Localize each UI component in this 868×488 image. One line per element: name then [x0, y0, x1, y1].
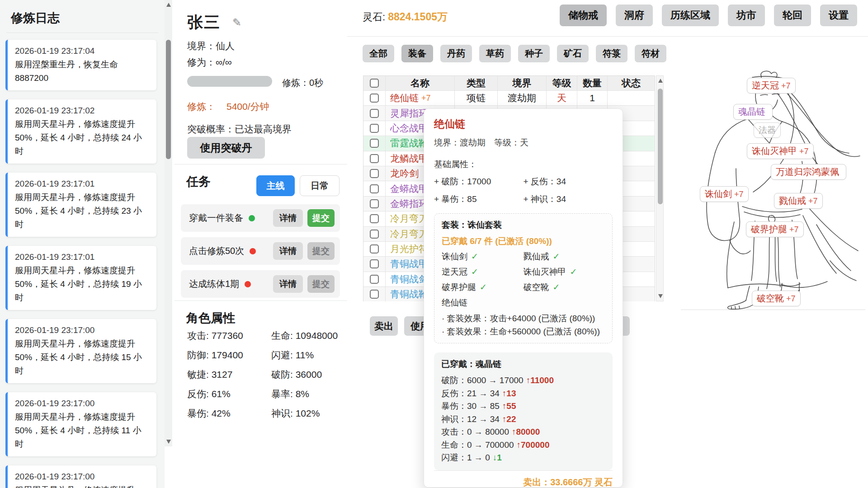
log-title: 修炼日志 [5, 0, 159, 33]
log-scrollbar-thumb[interactable] [166, 40, 171, 159]
scroll-up-icon[interactable] [166, 3, 171, 7]
row-checkbox[interactable] [370, 154, 379, 163]
compare-line: 生命：0 → 700000↑700000 [441, 439, 605, 452]
equip-label-text: 魂晶链 [738, 107, 765, 117]
sell-button[interactable]: 卖出 [370, 316, 398, 336]
log-scrollbar[interactable] [165, 0, 172, 446]
log-text: 服用周天星斗丹，修炼速度提升50%，延长 4 小时，总持续 11 小时 [15, 410, 149, 451]
row-checkbox[interactable] [370, 169, 379, 178]
row-checkbox[interactable] [370, 259, 379, 268]
equip-slot-weapon[interactable]: 诛仙剑+7 [700, 186, 749, 202]
item-name: 青铜战剑 [390, 273, 428, 286]
equip-slot-armor[interactable]: 诛仙灭神甲+7 [747, 143, 814, 159]
task-submit-button[interactable]: 提交 [307, 275, 335, 293]
log-entry: 2026-01-19 23:17:01 服用周天星斗丹，修炼速度提升50%，延长… [5, 173, 156, 237]
nav-market[interactable]: 坊市 [728, 5, 765, 26]
tab-daily-tasks[interactable]: 日常 [300, 175, 340, 196]
tooltip-sell-value: 卖出：33.6666万 灵石 [434, 470, 613, 488]
filter-equipment[interactable]: 装备 [401, 45, 433, 62]
attribute: 闪避: 11% [271, 348, 341, 362]
task-detail-button[interactable]: 详情 [273, 275, 303, 293]
equip-label-text: 戮仙戒 [779, 196, 806, 206]
stat-delta: ↓1 [493, 453, 502, 462]
filter-pills[interactable]: 丹药 [440, 45, 472, 62]
item-grade: 天 [547, 91, 577, 105]
cultivation-progress-text: 修炼：0秒 [282, 77, 323, 89]
task-submit-button[interactable]: 提交 [307, 209, 335, 227]
nav-settings[interactable]: 设置 [820, 5, 857, 26]
column-header: 数量 [577, 76, 608, 90]
row-checkbox[interactable] [370, 290, 379, 299]
row-checkbox[interactable] [370, 124, 379, 133]
log-text: 服用涅槃重生丹，恢复生命 8887200 [15, 58, 149, 85]
row-checkbox[interactable] [370, 184, 379, 193]
table-scrollbar[interactable] [656, 75, 664, 301]
log-time: 2026-01-19 23:17:00 [15, 470, 149, 483]
equip-label-text: 诛仙剑 [705, 189, 732, 199]
task-status-dot [249, 215, 255, 221]
row-checkbox[interactable] [370, 230, 379, 239]
set-piece: 绝仙链 [442, 297, 524, 309]
arrow-right-icon: → [474, 427, 483, 436]
task-submit-button[interactable]: 提交 [307, 242, 335, 260]
scroll-down-icon[interactable] [658, 294, 663, 298]
attributes-grid: 攻击: 777360 生命: 10948000 防御: 179400 闪避: 1… [187, 329, 341, 420]
nav-reincarnation[interactable]: 轮回 [774, 5, 811, 26]
row-checkbox[interactable] [370, 94, 379, 103]
equip-enhance: +7 [781, 81, 791, 90]
nav-cave[interactable]: 洞府 [616, 5, 653, 26]
row-checkbox[interactable] [370, 109, 379, 118]
tab-main-tasks[interactable]: 主线 [256, 175, 295, 196]
tooltip-item-name: 绝仙链 [434, 117, 613, 131]
equip-slot-helmet[interactable]: 逆天冠+7 [747, 78, 796, 94]
equip-enhance: +7 [808, 197, 818, 206]
filter-talismans[interactable]: 符箓 [596, 45, 627, 62]
task-label: 穿戴一件装备 [189, 212, 243, 224]
select-all-checkbox[interactable] [370, 79, 379, 88]
compare-line: 暴伤：30 → 85↑55 [441, 400, 605, 413]
table-scrollbar-thumb[interactable] [658, 89, 663, 204]
task-detail-button[interactable]: 详情 [273, 242, 303, 260]
cultivation-progress-bar [187, 76, 272, 87]
set-piece: 戮仙戒✓ [524, 251, 605, 263]
nav-storage-ring[interactable]: 储物戒 [560, 5, 607, 26]
equip-slot-necklace[interactable]: 魂晶链 [733, 104, 773, 120]
item-realm: 渡劫期 [498, 91, 547, 105]
filter-seeds[interactable]: 种子 [518, 45, 550, 62]
scroll-down-icon[interactable] [166, 440, 171, 444]
scroll-up-icon[interactable] [658, 79, 663, 83]
log-text: 服用周天星斗丹，修炼速度提升50%，延长 4 小时，总持续 23 小时 [15, 191, 149, 231]
item-name: 龙鳞战甲 [390, 152, 428, 165]
use-breakthrough-pill-button[interactable]: 使用突破丹 [187, 137, 265, 159]
log-text: 服用周天星斗丹，修炼速度提升50%，延长 4 小时，总持续 15 小时 [15, 337, 149, 378]
top-navigation: 储物戒 洞府 历练区域 坊市 轮回 设置 [560, 5, 857, 26]
equip-enhance: +7 [734, 190, 744, 199]
table-row[interactable]: 绝仙链+7 项链 渡劫期 天 1 [363, 90, 655, 105]
equipment-figure-panel: 逆天冠+7 魂晶链 法器 诛仙灭神甲+7 万道归宗鸿蒙佩 诛仙剑+7 戮仙戒+7… [681, 66, 865, 310]
equip-slot-pendant[interactable]: 万道归宗鸿蒙佩 [771, 164, 846, 180]
filter-all[interactable]: 全部 [363, 45, 394, 62]
row-checkbox[interactable] [370, 275, 379, 284]
edit-name-icon[interactable]: ✎ [232, 16, 241, 29]
currency-value: 8824.1505万 [388, 11, 448, 23]
row-checkbox[interactable] [370, 199, 379, 208]
nav-training-area[interactable]: 历练区域 [662, 5, 719, 26]
row-checkbox[interactable] [370, 244, 379, 253]
inventory-filters: 全部 装备 丹药 草药 种子 矿石 符箓 符材 [363, 45, 666, 62]
character-panel: 张三 ✎ 境界：仙人 修为：∞/∞ 修炼：0秒 修炼：5400/分钟 突破概率：… [175, 0, 347, 488]
arrow-right-icon: → [474, 440, 483, 450]
equip-slot-ring[interactable]: 戮仙戒+7 [774, 193, 823, 209]
equip-label-text: 逆天冠 [752, 80, 779, 90]
filter-ores[interactable]: 矿石 [557, 45, 589, 62]
row-checkbox[interactable] [370, 139, 379, 148]
realm-line: 境界：仙人 [187, 40, 235, 52]
set-piece: 诛仙灭神甲✓ [524, 266, 605, 278]
equip-slot-leggings[interactable]: 破界护腿+7 [746, 221, 804, 237]
filter-talisman-materials[interactable]: 符材 [635, 45, 666, 62]
row-checkbox[interactable] [370, 214, 379, 223]
task-detail-button[interactable]: 详情 [273, 209, 303, 227]
equip-slot-artifact-empty[interactable]: 法器 [754, 122, 781, 138]
equip-slot-boots[interactable]: 破空靴+7 [752, 291, 801, 306]
filter-herbs[interactable]: 草药 [479, 45, 511, 62]
arrow-right-icon: → [474, 453, 483, 462]
